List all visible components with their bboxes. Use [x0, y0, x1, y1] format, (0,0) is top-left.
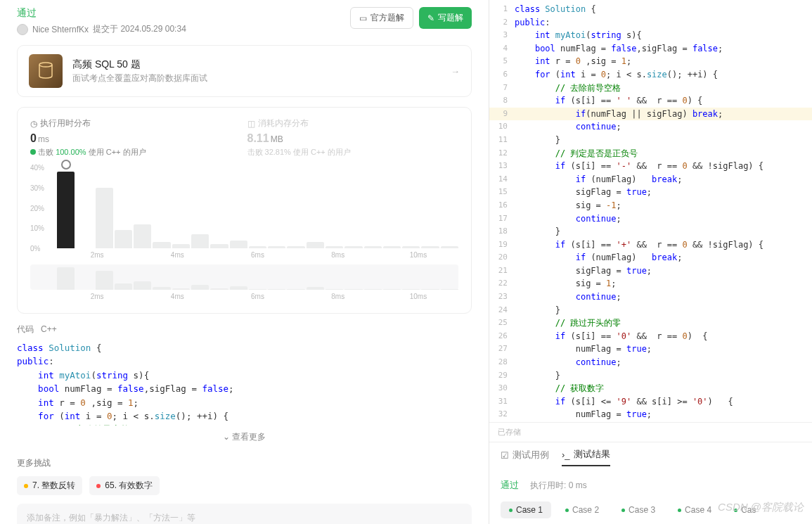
mini-bar[interactable] [249, 289, 266, 290]
mini-bar[interactable] [96, 271, 113, 290]
result-pass: 通过 [501, 479, 519, 492]
mini-bar[interactable] [172, 288, 190, 290]
chart-bar[interactable] [268, 246, 285, 248]
chart-bar[interactable] [364, 246, 382, 248]
terminal-icon: ›_ [562, 449, 570, 460]
code-line[interactable]: 28 continue; [489, 356, 812, 369]
mini-bar[interactable] [421, 289, 439, 290]
mini-bar[interactable] [134, 281, 151, 290]
code-line[interactable]: 16 sig = -1; [489, 199, 812, 212]
chart-bar[interactable] [191, 234, 209, 248]
case-tab[interactable]: Case 1 [501, 501, 551, 518]
code-line[interactable]: 24 } [489, 304, 812, 317]
code-line[interactable]: 14 if (numFlag) break; [489, 173, 812, 186]
chart-bar[interactable] [344, 246, 362, 248]
mini-bar[interactable] [326, 289, 343, 290]
code-line[interactable]: 12 // 判定是否是正负号 [489, 147, 812, 160]
code-line[interactable]: 18 } [489, 225, 812, 238]
promo-card[interactable]: 高频 SQL 50 题 面试考点全覆盖应对高阶数据库面试 → [17, 45, 472, 97]
chart-main[interactable]: 40%30%20%10%0% [30, 167, 458, 248]
case-tab[interactable]: Cas [726, 501, 764, 518]
header-left: 通过 Nice ShternfKx 提交于 2024.05.29 00:34 [17, 7, 186, 35]
line-number: 9 [489, 108, 515, 121]
code-line[interactable]: 25 // 跳过开头的零 [489, 317, 812, 330]
checklist-icon: ☑ [501, 450, 509, 461]
chart-bar[interactable] [134, 224, 151, 249]
mini-bar[interactable] [153, 287, 170, 290]
code-editor[interactable]: 1class Solution {2public:3 int myAtoi(st… [489, 0, 812, 422]
code-line[interactable]: 10 continue; [489, 120, 812, 134]
case-tab[interactable]: Case 4 [669, 501, 720, 518]
chart-bar[interactable] [441, 246, 458, 248]
chart-bar[interactable] [210, 244, 228, 248]
chart-bar[interactable] [172, 244, 190, 248]
code-line[interactable]: 4 bool numFlag = false,sigFlag = false; [489, 42, 812, 56]
line-number: 19 [489, 238, 515, 252]
code-line[interactable]: 8 if (s[i] == ' ' && r == 0) { [489, 94, 812, 108]
code-line[interactable]: 17 continue; [489, 212, 812, 226]
mini-bar[interactable] [344, 289, 362, 290]
tab-test-cases[interactable]: ☑ 测试用例 [501, 448, 549, 466]
code-line[interactable]: 13 if (s[i] == '-' && r == 0 && !sigFlag… [489, 160, 812, 173]
chart-bar[interactable] [115, 230, 132, 248]
code-line[interactable]: 21 sigFlag = true; [489, 264, 812, 278]
line-number: 17 [489, 212, 515, 226]
chart-bar[interactable] [307, 242, 324, 248]
write-solution-button[interactable]: ✎ 写题解 [419, 7, 472, 29]
code-line[interactable]: 29 } [489, 369, 812, 383]
code-line[interactable]: 30 // 获取数字 [489, 382, 812, 395]
code-line[interactable]: 15 sigFlag = true; [489, 186, 812, 199]
case-tab[interactable]: Case 2 [557, 501, 607, 518]
chart-bar[interactable] [249, 246, 266, 248]
mini-bar[interactable] [268, 289, 285, 290]
chart-bar[interactable] [230, 241, 247, 249]
runtime-col[interactable]: ◷执行用时分布 0ms 击败 100.00% 使用 C++ 的用户 [30, 117, 242, 158]
code-line[interactable]: 1class Solution { [489, 3, 812, 16]
chart-bar[interactable] [402, 246, 420, 248]
chart-bar[interactable] [153, 242, 170, 248]
chart-bar[interactable] [96, 188, 113, 248]
mini-bar[interactable] [191, 285, 209, 290]
code-line[interactable]: 20 if (numFlag) break; [489, 251, 812, 264]
chart-bar[interactable] [57, 172, 75, 248]
code-line[interactable]: 9 if(numFlag || sigFlag) break; [489, 108, 812, 121]
notes-input[interactable]: 添加备注，例如「暴力解法」、「方法一」等 [17, 504, 472, 524]
challenge-chip[interactable]: 65. 有效数字 [89, 476, 160, 495]
mini-bar[interactable] [230, 286, 247, 290]
chart-bar[interactable] [383, 246, 401, 248]
code-line[interactable]: 31 if (s[i] <= '9' && s[i] >= '0') { [489, 395, 812, 409]
chart-bar[interactable] [287, 246, 304, 248]
case-tab[interactable]: Case 3 [613, 501, 664, 518]
mini-bar[interactable] [115, 283, 132, 290]
mini-bar[interactable] [307, 287, 324, 290]
chart-bar[interactable] [326, 246, 343, 248]
mini-bar[interactable] [402, 289, 420, 290]
chart-mini[interactable] [30, 264, 458, 290]
code-line[interactable]: 27 numFlag = true; [489, 343, 812, 356]
code-line[interactable]: 2public: [489, 16, 812, 30]
code-line[interactable]: 22 sig = 1; [489, 277, 812, 290]
code-line[interactable]: 19 if (s[i] == '+' && r == 0 && !sigFlag… [489, 238, 812, 252]
code-line[interactable]: 11 } [489, 134, 812, 147]
mini-bar[interactable] [287, 289, 304, 290]
chart-bar[interactable] [421, 246, 439, 248]
mini-bar[interactable] [383, 289, 401, 290]
challenge-chip[interactable]: 7. 整数反转 [17, 476, 82, 495]
mini-bar[interactable] [57, 267, 75, 290]
expand-code-button[interactable]: ⌄ 查看更多 [17, 426, 472, 449]
code-line[interactable]: 6 for (int i = 0; i < s.size(); ++i) { [489, 68, 812, 82]
mini-bar[interactable] [441, 289, 458, 290]
code-line[interactable]: 7 // 去除前导空格 [489, 82, 812, 95]
book-icon: ▭ [359, 13, 367, 23]
test-tabs: ☑ 测试用例 ›_ 测试结果 [489, 442, 812, 472]
mini-bar[interactable] [364, 289, 382, 290]
mini-bar[interactable] [210, 288, 228, 290]
official-solution-button[interactable]: ▭ 官方题解 [350, 7, 413, 29]
code-line[interactable]: 23 continue; [489, 290, 812, 304]
memory-col[interactable]: ◫消耗内存分布 8.11MB 击败 32.81% 使用 C++ 的用户 [247, 117, 459, 158]
tab-test-results[interactable]: ›_ 测试结果 [562, 448, 610, 466]
code-line[interactable]: 32 numFlag = true; [489, 408, 812, 421]
code-line[interactable]: 3 int myAtoi(string s){ [489, 29, 812, 42]
code-line[interactable]: 26 if (s[i] == '0' && r == 0) { [489, 330, 812, 343]
code-line[interactable]: 5 int r = 0 ,sig = 1; [489, 55, 812, 68]
